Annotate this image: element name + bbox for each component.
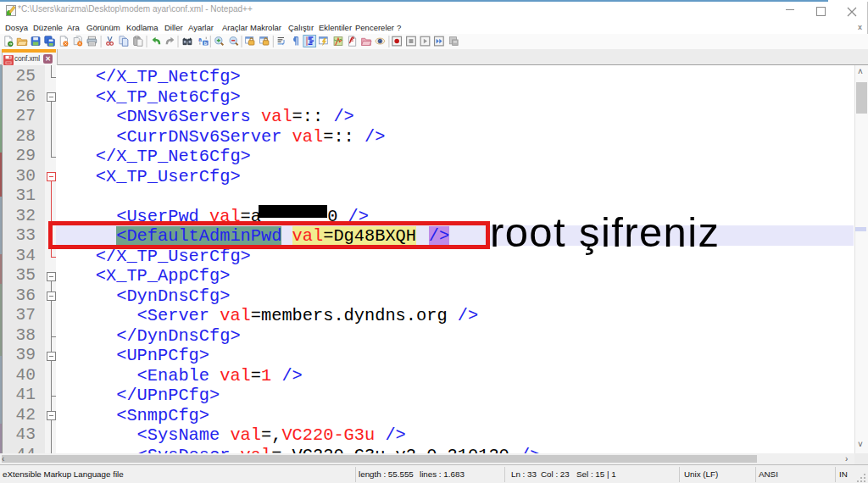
svg-text:a: a (198, 36, 202, 42)
svg-text:b: b (204, 41, 208, 46)
